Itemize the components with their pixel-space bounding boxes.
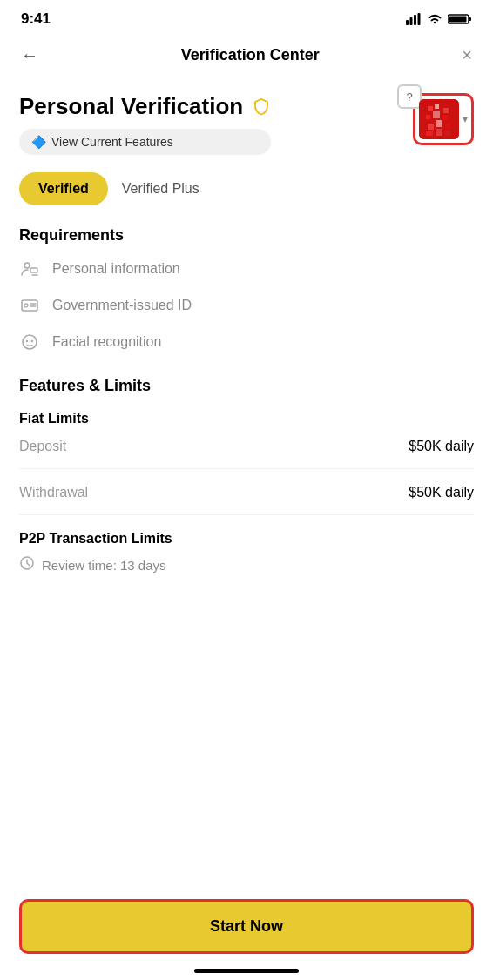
page-title: Personal Verification — [19, 93, 243, 120]
svg-point-24 — [24, 304, 28, 307]
requirements-list: Personal information Government-issued I… — [19, 258, 474, 352]
nav-title: Verification Center — [181, 46, 320, 64]
svg-rect-3 — [418, 13, 421, 25]
avatar-highlight-box[interactable]: ▾ — [413, 93, 474, 145]
home-indicator — [194, 969, 299, 973]
svg-point-20 — [24, 263, 30, 268]
battery-icon — [448, 13, 472, 25]
features-badge-label: View Current Features — [51, 135, 173, 149]
face-icon — [19, 332, 40, 352]
deposit-value: $50K daily — [409, 439, 474, 454]
svg-point-29 — [31, 340, 33, 342]
divider — [19, 468, 474, 469]
wifi-icon — [427, 13, 442, 25]
review-row: Review time: 13 days — [19, 555, 474, 574]
svg-rect-9 — [435, 104, 439, 109]
status-icons — [406, 13, 472, 25]
deposit-row: Deposit $50K daily — [19, 439, 474, 454]
main-content: Personal Verification 🔷 View Current Fea… — [0, 77, 493, 574]
features-badge-button[interactable]: 🔷 View Current Features — [19, 129, 271, 155]
page-title-row: Personal Verification — [19, 93, 271, 120]
svg-rect-13 — [442, 115, 447, 120]
header-left: Personal Verification 🔷 View Current Fea… — [19, 93, 271, 155]
requirements-heading: Requirements — [19, 226, 474, 245]
avatar-dropdown-icon: ▾ — [463, 113, 468, 125]
status-bar: 9:41 — [0, 0, 493, 35]
svg-rect-0 — [406, 20, 409, 25]
svg-rect-17 — [426, 131, 433, 136]
clock-icon — [19, 555, 35, 574]
withdrawal-row: Withdrawal $50K daily — [19, 485, 474, 500]
divider2 — [19, 514, 474, 515]
avatar-section: ? — [413, 93, 474, 145]
status-time: 9:41 — [21, 10, 51, 28]
svg-rect-8 — [428, 106, 433, 111]
signal-icon — [406, 13, 422, 25]
withdrawal-value: $50K daily — [409, 485, 474, 500]
svg-rect-21 — [30, 268, 37, 272]
svg-rect-16 — [445, 124, 451, 129]
deposit-label: Deposit — [19, 439, 66, 454]
svg-rect-6 — [449, 17, 467, 23]
req-facial: Facial recognition — [52, 334, 161, 350]
close-button[interactable]: × — [458, 42, 476, 69]
p2p-heading: P2P Transaction Limits — [19, 531, 474, 547]
header-section: Personal Verification 🔷 View Current Fea… — [19, 93, 474, 155]
svg-rect-2 — [414, 15, 416, 25]
start-now-button[interactable]: Start Now — [19, 899, 474, 954]
svg-rect-11 — [426, 115, 430, 119]
svg-rect-1 — [410, 17, 413, 25]
avatar-image — [419, 99, 459, 139]
features-heading: Features & Limits — [19, 377, 474, 395]
req-personal-info: Personal information — [52, 261, 180, 277]
review-time-label: Review time: 13 days — [42, 558, 166, 573]
svg-point-28 — [26, 340, 28, 342]
badge-icon: 🔷 — [31, 135, 46, 149]
svg-rect-10 — [443, 108, 449, 113]
back-button[interactable]: ← — [17, 42, 42, 69]
withdrawal-label: Withdrawal — [19, 485, 88, 500]
tabs-section: Verified Verified Plus — [19, 172, 474, 205]
list-item: Facial recognition — [19, 332, 474, 352]
fiat-heading: Fiat Limits — [19, 411, 474, 426]
person-id-icon — [19, 258, 40, 279]
shield-icon — [252, 97, 271, 117]
question-icon[interactable]: ? — [397, 84, 422, 109]
list-item: Personal information — [19, 258, 474, 279]
svg-rect-14 — [428, 124, 434, 130]
svg-rect-12 — [433, 111, 440, 118]
tab-verified[interactable]: Verified — [19, 172, 108, 205]
svg-rect-5 — [469, 17, 472, 21]
bottom-area: Start Now — [0, 899, 493, 954]
list-item: Government-issued ID — [19, 295, 474, 316]
svg-point-27 — [23, 335, 37, 349]
nav-bar: ← Verification Center × — [0, 35, 493, 77]
req-gov-id: Government-issued ID — [52, 298, 192, 313]
id-card-icon — [19, 295, 40, 316]
tab-verified-plus[interactable]: Verified Plus — [122, 181, 199, 197]
svg-rect-15 — [436, 120, 442, 127]
svg-rect-18 — [436, 129, 442, 136]
svg-rect-19 — [445, 131, 450, 136]
